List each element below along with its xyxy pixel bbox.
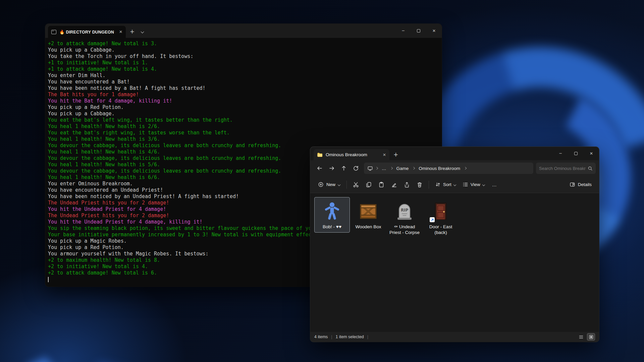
terminal-titlebar: 🔥 DIRECTORY DUNGEON 🔥 ✕ + ─ ✕	[45, 24, 442, 38]
item-count: 4 items	[314, 335, 328, 339]
details-toggle-label: Details	[578, 182, 592, 187]
back-button[interactable]	[314, 163, 326, 174]
address-bar[interactable]: … Game Ominous Breakroom	[364, 163, 533, 174]
status-divider: |	[331, 335, 332, 339]
breadcrumb-item-game[interactable]: Game	[395, 165, 410, 172]
terminal-close-button[interactable]: ✕	[426, 24, 442, 38]
statusbar-view-toggles	[577, 333, 595, 341]
search-input[interactable]	[539, 166, 586, 171]
refresh-button[interactable]	[350, 163, 362, 174]
view-button[interactable]: View	[459, 179, 488, 190]
terminal-app-icon	[51, 30, 56, 34]
file-label: Door - East (back)	[424, 224, 458, 235]
shortcut-arrow-icon	[430, 217, 435, 222]
details-pane-icon	[570, 182, 575, 187]
explorer-tabbar: Ominous Breakroom ✕ + ─ ✕	[310, 147, 599, 160]
terminal-minimize-button[interactable]: ─	[395, 24, 411, 38]
svg-text:RIP: RIP	[401, 208, 408, 213]
share-icon	[404, 182, 410, 188]
terminal-line: You heal 1 health! New health is 2/6.	[48, 123, 439, 130]
terminal-line: You eat the bat's left wing, it tastes b…	[48, 117, 439, 123]
paste-icon	[378, 182, 384, 188]
terminal-tab[interactable]: 🔥 DIRECTORY DUNGEON 🔥 ✕	[48, 26, 126, 38]
this-pc-monitor-icon	[367, 166, 373, 171]
explorer-statusbar: 4 items | 1 item selected |	[310, 332, 599, 342]
explorer-maximize-button[interactable]	[568, 147, 584, 160]
new-button-label: New	[326, 182, 335, 187]
file-item-undead-priest-corpse[interactable]: RIP ⚰ Undead Priest - Corpse	[387, 197, 422, 238]
chevron-down-icon	[338, 183, 340, 186]
sort-button-label: Sort	[443, 182, 451, 187]
tombstone-icon: RIP	[393, 200, 416, 223]
explorer-toolbar: New Sort View	[310, 176, 599, 193]
copy-icon	[366, 182, 372, 188]
more-options-button[interactable]: …	[488, 180, 501, 190]
explorer-window-controls: ─ ✕	[553, 147, 599, 160]
terminal-tab-close-icon[interactable]: ✕	[119, 29, 122, 34]
terminal-tab-dropdown-icon[interactable]	[139, 28, 146, 34]
trash-icon	[417, 182, 423, 188]
large-icons-view-toggle-icon[interactable]	[587, 333, 595, 341]
breadcrumb-chevron-icon	[412, 167, 415, 170]
terminal-maximize-button[interactable]	[411, 24, 426, 38]
terminal-line: You heal 1 health! New health is 3/6.	[48, 136, 439, 142]
terminal-line: You have been noticed by a Bat! A fight …	[48, 85, 439, 92]
terminal-line: The Bat hits you for 1 damage!	[48, 92, 439, 98]
file-label: Bob! - ♥♥	[323, 224, 341, 230]
terminal-line: You pick up a Cabbage.	[48, 47, 439, 53]
terminal-line: You pick up a Red Potion.	[48, 104, 439, 111]
person-icon	[321, 200, 343, 223]
terminal-cursor	[48, 277, 49, 282]
forward-button[interactable]	[326, 163, 338, 174]
toolbar-divider	[429, 181, 429, 189]
terminal-tab-title: 🔥 DIRECTORY DUNGEON 🔥	[59, 29, 116, 35]
paste-button[interactable]	[375, 179, 388, 191]
terminal-line: You pick up a Cabbage.	[48, 111, 439, 117]
status-divider: |	[367, 335, 368, 339]
file-grid[interactable]: Bob! - ♥♥ Wooden Box RIP	[310, 193, 599, 332]
rename-button[interactable]	[388, 179, 400, 191]
explorer-new-tab-button[interactable]: +	[389, 151, 402, 158]
file-item-wooden-box[interactable]: Wooden Box	[351, 197, 386, 233]
view-button-label: View	[471, 182, 480, 187]
chevron-down-icon	[453, 183, 456, 186]
terminal-line: +1 to attack damage! New total is 4.	[48, 66, 439, 72]
file-label: Wooden Box	[355, 224, 381, 230]
details-view-toggle-icon[interactable]	[577, 333, 585, 341]
breadcrumb-chevron-icon	[375, 167, 378, 170]
breadcrumb-chevron-icon	[390, 167, 392, 170]
new-button[interactable]: New	[314, 179, 344, 190]
sort-button[interactable]: Sort	[432, 179, 459, 190]
explorer-tab[interactable]: Ominous Breakroom ✕	[314, 149, 389, 160]
terminal-line: You take the Torch in your off hand. It …	[48, 53, 439, 60]
explorer-minimize-button[interactable]: ─	[553, 147, 568, 160]
up-button[interactable]	[338, 163, 350, 174]
explorer-close-button[interactable]: ✕	[584, 147, 599, 160]
file-explorer-window: Ominous Breakroom ✕ + ─ ✕ …	[310, 147, 599, 342]
cut-button[interactable]	[350, 179, 362, 191]
folder-icon	[317, 152, 323, 157]
terminal-line: You enter Dim Hall.	[48, 72, 439, 79]
details-toggle-button[interactable]: Details	[566, 179, 595, 190]
breadcrumb-overflow[interactable]: …	[380, 165, 388, 172]
file-label: ⚰ Undead Priest - Corpse	[388, 224, 421, 235]
chevron-down-icon	[482, 183, 485, 186]
terminal-new-tab-button[interactable]: +	[126, 28, 139, 35]
file-item-bob[interactable]: Bob! - ♥♥	[314, 197, 350, 233]
search-box[interactable]	[536, 163, 596, 174]
explorer-tab-close-icon[interactable]: ✕	[383, 153, 386, 157]
file-item-door-east[interactable]: Door - East (back)	[423, 197, 459, 238]
terminal-line: +1 to initiative! New total is 1.	[48, 60, 439, 66]
delete-button[interactable]	[413, 179, 426, 191]
search-icon[interactable]	[588, 166, 593, 171]
terminal-line: You hit the Bat for 4 damage, killing it…	[48, 98, 439, 104]
selection-count: 1 item selected	[336, 335, 364, 339]
explorer-tab-title: Ominous Breakroom	[326, 152, 380, 157]
toolbar-divider	[346, 181, 347, 189]
copy-button[interactable]	[362, 179, 375, 191]
terminal-line: +2 to attack damage! New total is 3.	[48, 41, 439, 47]
share-button[interactable]	[400, 179, 413, 191]
cut-icon	[353, 182, 359, 188]
breadcrumb-item-current[interactable]: Ominous Breakroom	[417, 165, 462, 172]
door-icon	[429, 200, 452, 223]
